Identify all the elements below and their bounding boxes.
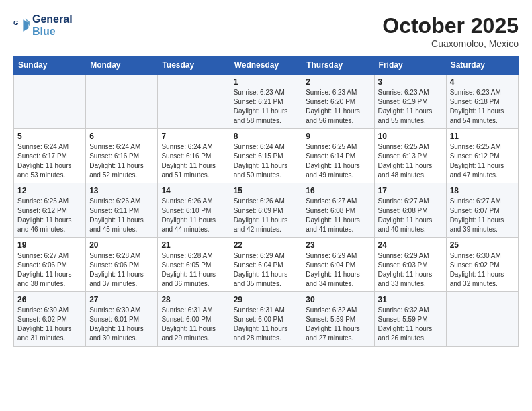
day-info: Sunrise: 6:27 AMSunset: 6:06 PMDaylight:… xyxy=(17,251,82,289)
day-number: 15 xyxy=(234,186,299,195)
day-info: Sunrise: 6:23 AMSunset: 6:18 PMDaylight:… xyxy=(450,88,515,126)
calendar-week-row: 5 Sunrise: 6:24 AMSunset: 6:17 PMDayligh… xyxy=(14,129,519,183)
title-block: October 2025 Cuaxomolco, Mexico xyxy=(382,13,519,49)
day-info: Sunrise: 6:24 AMSunset: 6:16 PMDaylight:… xyxy=(89,142,154,180)
calendar-cell: 14 Sunrise: 6:26 AMSunset: 6:10 PMDaylig… xyxy=(158,183,230,238)
day-info: Sunrise: 6:28 AMSunset: 6:06 PMDaylight:… xyxy=(89,251,154,289)
day-info: Sunrise: 6:27 AMSunset: 6:07 PMDaylight:… xyxy=(450,197,515,234)
calendar-cell: 19 Sunrise: 6:27 AMSunset: 6:06 PMDaylig… xyxy=(14,238,86,292)
day-info: Sunrise: 6:25 AMSunset: 6:12 PMDaylight:… xyxy=(17,197,82,234)
day-info: Sunrise: 6:26 AMSunset: 6:10 PMDaylight:… xyxy=(161,197,226,234)
day-number: 27 xyxy=(89,295,154,304)
calendar-cell: 23 Sunrise: 6:29 AMSunset: 6:04 PMDaylig… xyxy=(302,238,374,292)
calendar-week-row: 19 Sunrise: 6:27 AMSunset: 6:06 PMDaylig… xyxy=(14,238,519,292)
day-info: Sunrise: 6:23 AMSunset: 6:19 PMDaylight:… xyxy=(378,88,443,126)
day-number: 28 xyxy=(161,295,226,304)
calendar-cell: 27 Sunrise: 6:30 AMSunset: 6:01 PMDaylig… xyxy=(86,292,158,347)
calendar-cell: 18 Sunrise: 6:27 AMSunset: 6:07 PMDaylig… xyxy=(446,183,518,238)
calendar-cell: 21 Sunrise: 6:28 AMSunset: 6:05 PMDaylig… xyxy=(158,238,230,292)
day-info: Sunrise: 6:23 AMSunset: 6:20 PMDaylight:… xyxy=(306,88,370,126)
weekday-header-cell: Thursday xyxy=(302,56,374,75)
day-info: Sunrise: 6:25 AMSunset: 6:14 PMDaylight:… xyxy=(306,142,370,180)
day-number: 8 xyxy=(234,132,299,141)
day-info: Sunrise: 6:24 AMSunset: 6:15 PMDaylight:… xyxy=(234,142,299,180)
day-number: 31 xyxy=(378,295,443,304)
calendar: SundayMondayTuesdayWednesdayThursdayFrid… xyxy=(13,56,519,347)
day-info: Sunrise: 6:29 AMSunset: 6:04 PMDaylight:… xyxy=(306,251,370,289)
calendar-cell: 28 Sunrise: 6:31 AMSunset: 6:00 PMDaylig… xyxy=(158,292,230,347)
day-info: Sunrise: 6:24 AMSunset: 6:17 PMDaylight:… xyxy=(17,142,82,180)
calendar-cell: 6 Sunrise: 6:24 AMSunset: 6:16 PMDayligh… xyxy=(86,129,158,183)
day-info: Sunrise: 6:23 AMSunset: 6:21 PMDaylight:… xyxy=(234,88,299,126)
calendar-cell: 25 Sunrise: 6:30 AMSunset: 6:02 PMDaylig… xyxy=(446,238,518,292)
day-number: 9 xyxy=(306,132,370,141)
calendar-cell xyxy=(446,292,518,347)
calendar-week-row: 12 Sunrise: 6:25 AMSunset: 6:12 PMDaylig… xyxy=(14,183,519,238)
day-number: 1 xyxy=(234,77,299,87)
day-number: 26 xyxy=(17,295,82,304)
logo-line2: Blue xyxy=(32,26,73,38)
weekday-header-cell: Friday xyxy=(374,56,446,75)
calendar-cell: 12 Sunrise: 6:25 AMSunset: 6:12 PMDaylig… xyxy=(14,183,86,238)
day-number: 3 xyxy=(378,77,443,87)
day-number: 2 xyxy=(306,77,370,87)
calendar-cell: 2 Sunrise: 6:23 AMSunset: 6:20 PMDayligh… xyxy=(302,75,374,129)
calendar-week-row: 26 Sunrise: 6:30 AMSunset: 6:02 PMDaylig… xyxy=(14,292,519,347)
day-number: 16 xyxy=(306,186,370,195)
calendar-cell: 13 Sunrise: 6:26 AMSunset: 6:11 PMDaylig… xyxy=(86,183,158,238)
day-info: Sunrise: 6:30 AMSunset: 6:02 PMDaylight:… xyxy=(450,251,515,289)
calendar-cell: 11 Sunrise: 6:25 AMSunset: 6:12 PMDaylig… xyxy=(446,129,518,183)
calendar-cell: 15 Sunrise: 6:26 AMSunset: 6:09 PMDaylig… xyxy=(230,183,302,238)
calendar-cell: 5 Sunrise: 6:24 AMSunset: 6:17 PMDayligh… xyxy=(14,129,86,183)
calendar-cell: 26 Sunrise: 6:30 AMSunset: 6:02 PMDaylig… xyxy=(14,292,86,347)
day-info: Sunrise: 6:29 AMSunset: 6:04 PMDaylight:… xyxy=(234,251,299,289)
day-number: 24 xyxy=(378,240,443,250)
calendar-cell: 10 Sunrise: 6:25 AMSunset: 6:13 PMDaylig… xyxy=(374,129,446,183)
day-info: Sunrise: 6:32 AMSunset: 5:59 PMDaylight:… xyxy=(306,306,370,343)
weekday-header-cell: Saturday xyxy=(446,56,518,75)
day-info: Sunrise: 6:30 AMSunset: 6:01 PMDaylight:… xyxy=(89,306,154,343)
day-number: 4 xyxy=(450,77,515,87)
day-number: 17 xyxy=(378,186,443,195)
calendar-cell: 24 Sunrise: 6:29 AMSunset: 6:03 PMDaylig… xyxy=(374,238,446,292)
day-info: Sunrise: 6:26 AMSunset: 6:11 PMDaylight:… xyxy=(89,197,154,234)
day-number: 7 xyxy=(161,132,226,141)
day-number: 21 xyxy=(161,240,226,250)
day-info: Sunrise: 6:32 AMSunset: 5:59 PMDaylight:… xyxy=(378,306,443,343)
weekday-header-row: SundayMondayTuesdayWednesdayThursdayFrid… xyxy=(14,56,519,75)
day-number: 22 xyxy=(234,240,299,250)
day-info: Sunrise: 6:27 AMSunset: 6:08 PMDaylight:… xyxy=(378,197,443,234)
calendar-cell: 7 Sunrise: 6:24 AMSunset: 6:16 PMDayligh… xyxy=(158,129,230,183)
weekday-header-cell: Sunday xyxy=(14,56,86,75)
day-number: 25 xyxy=(450,240,515,250)
calendar-cell: 17 Sunrise: 6:27 AMSunset: 6:08 PMDaylig… xyxy=(374,183,446,238)
day-info: Sunrise: 6:24 AMSunset: 6:16 PMDaylight:… xyxy=(161,142,226,180)
calendar-cell: 4 Sunrise: 6:23 AMSunset: 6:18 PMDayligh… xyxy=(446,75,518,129)
day-info: Sunrise: 6:29 AMSunset: 6:03 PMDaylight:… xyxy=(378,251,443,289)
day-number: 10 xyxy=(378,132,443,141)
month-title: October 2025 xyxy=(382,13,519,38)
day-number: 23 xyxy=(306,240,370,250)
calendar-cell: 31 Sunrise: 6:32 AMSunset: 5:59 PMDaylig… xyxy=(374,292,446,347)
location-title: Cuaxomolco, Mexico xyxy=(382,38,519,49)
day-number: 11 xyxy=(450,132,515,141)
day-info: Sunrise: 6:26 AMSunset: 6:09 PMDaylight:… xyxy=(234,197,299,234)
calendar-cell: 1 Sunrise: 6:23 AMSunset: 6:21 PMDayligh… xyxy=(230,75,302,129)
day-number: 30 xyxy=(306,295,370,304)
calendar-cell: 29 Sunrise: 6:31 AMSunset: 6:00 PMDaylig… xyxy=(230,292,302,347)
calendar-cell: 30 Sunrise: 6:32 AMSunset: 5:59 PMDaylig… xyxy=(302,292,374,347)
calendar-cell xyxy=(86,75,158,129)
day-number: 5 xyxy=(17,132,82,141)
logo: G General Blue xyxy=(13,13,73,37)
day-number: 14 xyxy=(161,186,226,195)
day-number: 29 xyxy=(234,295,299,304)
calendar-cell: 20 Sunrise: 6:28 AMSunset: 6:06 PMDaylig… xyxy=(86,238,158,292)
day-info: Sunrise: 6:25 AMSunset: 6:13 PMDaylight:… xyxy=(378,142,443,180)
weekday-header-cell: Wednesday xyxy=(230,56,302,75)
logo-line1: General xyxy=(32,13,73,26)
day-number: 12 xyxy=(17,186,82,195)
calendar-cell: 22 Sunrise: 6:29 AMSunset: 6:04 PMDaylig… xyxy=(230,238,302,292)
day-number: 6 xyxy=(89,132,154,141)
page-header: G General Blue October 2025 Cuaxomolco, … xyxy=(13,13,519,49)
weekday-header-cell: Monday xyxy=(86,56,158,75)
